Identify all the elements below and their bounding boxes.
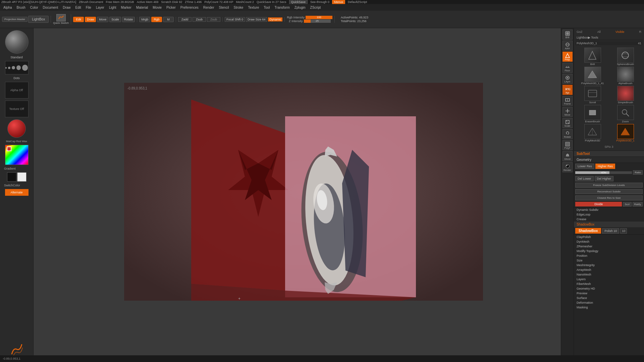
brush-brill[interactable]: Brill — [577, 48, 608, 66]
projection-master-button[interactable]: Projection Master — [2, 17, 28, 22]
deformation-row[interactable]: Deformation — [574, 300, 644, 305]
preview-row[interactable]: Preview — [574, 291, 644, 296]
icon-frame[interactable]: Frame — [562, 96, 573, 106]
zsub-value[interactable]: Zsub — [193, 17, 206, 22]
freeze-subdiv-button[interactable]: Freeze SubDivision Levels — [575, 183, 643, 188]
brush-zoom[interactable]: Zoom — [609, 105, 641, 123]
brush-polymesh3d-active[interactable]: PolyMesh3D_1 — [609, 124, 641, 142]
scale-button[interactable]: Scale — [109, 17, 121, 22]
icon-ghost[interactable]: Ghost — [562, 151, 573, 161]
menu-preferences[interactable]: Preferences — [178, 5, 201, 10]
color-picker[interactable] — [5, 145, 29, 165]
mrgb-button[interactable]: Mrgb — [139, 17, 150, 22]
polish-button[interactable]: Polish 10 — [602, 228, 619, 234]
rgb-button[interactable]: Rgb — [151, 17, 162, 22]
z-intensity-slider[interactable]: 25 — [304, 19, 331, 23]
dynamic-button[interactable]: Dynamic — [268, 17, 282, 21]
menu-stroke[interactable]: Stroke — [232, 5, 246, 10]
menu-edit[interactable]: Edit — [73, 5, 83, 10]
brush-spheres[interactable]: SpheresBrush — [609, 48, 641, 66]
edit-button[interactable]: Edit — [73, 17, 84, 22]
mesh-integrity-row[interactable]: MeshIntegrity — [574, 263, 644, 267]
icon-floor[interactable]: Floor — [562, 63, 573, 73]
canvas-inner[interactable]: + -0.89,0.953,1 — [124, 83, 483, 301]
menu-render[interactable]: Render — [201, 5, 216, 10]
polish-val[interactable]: 10 — [620, 228, 627, 234]
menu-texture[interactable]: Texture — [246, 5, 261, 10]
menu-zscript[interactable]: ZScript — [308, 5, 323, 10]
icon-rotate[interactable]: Rotate — [562, 129, 573, 139]
brush-scroll[interactable]: Scroll — [577, 86, 608, 104]
canvas-area[interactable]: + -0.89,0.953,1 — [34, 28, 574, 355]
clay-polish-row[interactable]: ClayPolish — [574, 235, 644, 239]
higher-res-button[interactable]: Higher Res — [595, 164, 615, 169]
shadowbox-button[interactable]: ShadowBox — [575, 228, 601, 234]
move-button[interactable]: Move — [97, 17, 108, 22]
zremesher-row[interactable]: ZRemesher — [574, 244, 644, 249]
draw-size-value[interactable]: Draw Size 64 — [246, 17, 267, 22]
rotate-button[interactable]: Rotate — [122, 17, 135, 22]
texture-box[interactable]: Texture Off — [5, 101, 29, 117]
menu-material[interactable]: Material — [134, 5, 150, 10]
draw-button[interactable]: Draw — [85, 17, 96, 22]
icon-render[interactable]: Render — [562, 162, 573, 172]
menu-file[interactable]: File — [84, 5, 93, 10]
modify-topology-row[interactable]: Modify Topology — [574, 249, 644, 253]
model-viewport[interactable]: + -0.89,0.953,1 — [124, 83, 483, 301]
zadd-value[interactable]: Zadd — [178, 17, 192, 22]
dynmesh-row[interactable]: DynMesh — [574, 239, 644, 244]
menu-color[interactable]: Color — [28, 5, 40, 10]
menu-layer[interactable]: Layer — [94, 5, 106, 10]
edgeloop-row[interactable]: EdgeLoop — [574, 212, 644, 217]
menu-alpha[interactable]: Alpha — [1, 5, 14, 10]
rgb-intensity-slider[interactable]: 100 — [306, 16, 332, 19]
menu-tool[interactable]: Tool — [262, 5, 272, 10]
brush-simple[interactable]: SimpleBrush — [609, 86, 641, 104]
geometry-header[interactable]: Geometry — [574, 157, 644, 163]
menu-marker[interactable]: Marker — [119, 5, 133, 10]
icon-scale[interactable]: Scale — [562, 118, 573, 128]
surface-row[interactable]: Surface — [574, 296, 644, 300]
menu-light[interactable]: Light — [107, 5, 118, 10]
menu-zplugin[interactable]: Zplugin — [292, 5, 308, 10]
closest-res-button[interactable]: Closest Res to Size — [575, 195, 643, 200]
reconstruct-subdiv-button[interactable]: Reconstruct Subdiv — [575, 189, 643, 194]
menu-transform[interactable]: Transform — [273, 5, 292, 10]
position-row[interactable]: Position — [574, 253, 644, 258]
brush-preview[interactable] — [5, 30, 29, 54]
menu-stencil[interactable]: Stencil — [217, 5, 231, 10]
del-lower-button[interactable]: Del Lower — [575, 176, 594, 181]
menu-picker[interactable]: Picker — [164, 5, 178, 10]
dot-pattern[interactable] — [5, 61, 29, 74]
nano-mesh-row[interactable]: NanoMesh — [574, 272, 644, 277]
ratio-button[interactable]: Ratio — [633, 170, 643, 175]
brush-polymesh3d[interactable]: PolyMesh3D — [577, 124, 608, 142]
brush-polymesh1[interactable]: PolyMesh3D_1_41 — [577, 67, 608, 85]
layers-row[interactable]: Layers — [574, 277, 644, 282]
menu-draw[interactable]: Draw — [61, 5, 72, 10]
swatch-black[interactable] — [7, 172, 16, 182]
suv-button[interactable]: SuV — [623, 202, 631, 206]
fiber-mesh-row[interactable]: FiberMesh — [574, 282, 644, 286]
sdiv-slider[interactable]: sDiv — [575, 171, 632, 174]
shadowbox-header[interactable]: ShadowBox — [574, 222, 644, 227]
alpha-box[interactable]: Alpha Off — [5, 82, 29, 99]
alternate-button[interactable]: Alternate — [5, 189, 29, 196]
brush-alpha[interactable]: AlphaBrush — [609, 67, 641, 85]
geometry-hd-row[interactable]: Geometry HD — [574, 286, 644, 291]
size-row[interactable]: Size — [574, 258, 644, 263]
m-button[interactable]: M — [163, 17, 174, 22]
swatch-white[interactable] — [17, 172, 26, 182]
icon-persp[interactable]: Perp — [562, 52, 573, 62]
icon-aahard[interactable]: AAH — [562, 41, 573, 51]
lightbox-button[interactable]: LightBox — [28, 16, 49, 23]
lower-res-button[interactable]: Lower Res — [575, 164, 594, 169]
array-mesh-row[interactable]: ArrayMesh — [574, 267, 644, 272]
menu-movie[interactable]: Movie — [151, 5, 164, 10]
focal-shift-value[interactable]: Focal Shift 0 — [225, 17, 245, 22]
del-higher-button[interactable]: Del Higher — [595, 176, 614, 181]
divide-button[interactable]: Divide — [575, 202, 622, 206]
icon-local[interactable]: LAym — [562, 74, 573, 84]
icon-move[interactable]: Move — [562, 107, 573, 117]
material-sphere[interactable] — [7, 119, 26, 138]
